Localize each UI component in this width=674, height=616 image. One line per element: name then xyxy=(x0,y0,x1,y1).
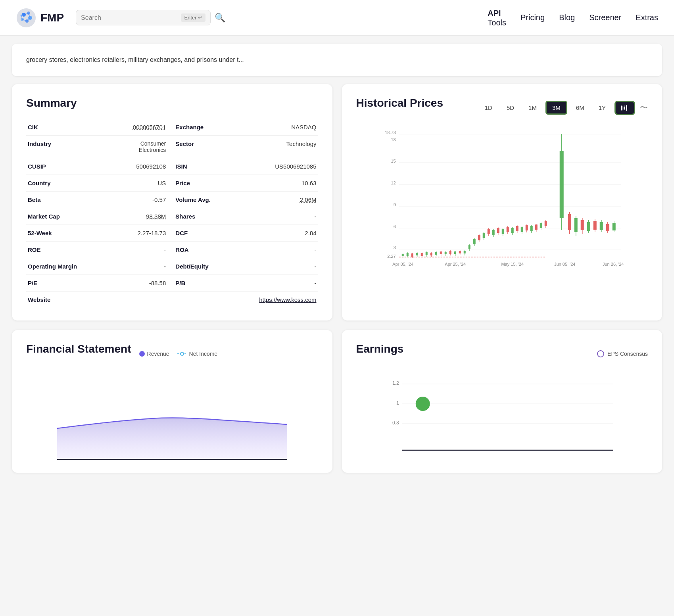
description-text: grocery stores, electronics retailers, m… xyxy=(26,56,244,63)
svg-rect-78 xyxy=(497,228,499,233)
time-btn-1d[interactable]: 1D xyxy=(479,102,498,113)
description-card: grocery stores, electronics retailers, m… xyxy=(12,44,662,76)
svg-rect-16 xyxy=(624,107,625,109)
svg-rect-96 xyxy=(540,223,542,228)
svg-text:Apr 25, '24: Apr 25, '24 xyxy=(445,262,466,267)
svg-rect-90 xyxy=(525,225,528,230)
svg-rect-42 xyxy=(411,253,413,257)
svg-text:3: 3 xyxy=(393,245,396,250)
search-input[interactable] xyxy=(81,14,178,21)
svg-rect-64 xyxy=(463,251,465,253)
svg-rect-100 xyxy=(559,151,563,218)
eps-legend-circle xyxy=(597,350,604,357)
svg-rect-106 xyxy=(580,220,584,230)
fmp-logo-icon xyxy=(16,8,36,28)
chart-type-candlestick-btn[interactable] xyxy=(614,101,635,115)
table-row: ROE - ROA - xyxy=(26,241,318,258)
svg-rect-74 xyxy=(487,229,490,234)
nav-item-api-tools[interactable]: API Tools xyxy=(488,8,506,27)
financial-chart-svg xyxy=(26,373,318,460)
svg-point-0 xyxy=(17,8,36,27)
earnings-chart-container: 1.2 1 0.8 xyxy=(356,373,648,452)
svg-text:Apr 05, '24: Apr 05, '24 xyxy=(392,262,413,267)
nav-item-screener[interactable]: Screener xyxy=(589,13,621,22)
time-btn-1y[interactable]: 1Y xyxy=(593,102,611,113)
svg-rect-54 xyxy=(440,251,442,254)
svg-text:2.27: 2.27 xyxy=(387,254,396,259)
table-row: 52-Week 2.27-18.73 DCF 2.84 xyxy=(26,225,318,241)
main-grid: Summary CIK 0000056701 Exchange NASDAQ I… xyxy=(12,84,662,320)
svg-rect-66 xyxy=(468,245,470,249)
earnings-header: Earnings EPS Consensus xyxy=(356,343,648,365)
svg-rect-94 xyxy=(535,225,537,230)
time-btn-1m[interactable]: 1M xyxy=(523,102,542,113)
time-btn-6m[interactable]: 6M xyxy=(570,102,590,113)
svg-rect-60 xyxy=(454,251,456,254)
svg-rect-72 xyxy=(482,233,485,238)
nav-item-pricing[interactable]: Pricing xyxy=(520,13,545,22)
candlestick-chart: 18.73 18 15 12 9 6 3 2.27 xyxy=(356,127,648,270)
financial-statement-card: Financial Statement Revenue Net Income xyxy=(12,330,332,473)
financial-chart xyxy=(26,373,318,460)
logo-area: FMP xyxy=(16,8,64,28)
svg-rect-44 xyxy=(416,253,418,255)
search-bar[interactable]: Enter ↵ xyxy=(76,10,211,25)
svg-rect-102 xyxy=(568,214,571,230)
table-row: Market Cap 98.38M Shares - xyxy=(26,208,318,225)
time-buttons: 1D 5D 1M 3M 6M 1Y xyxy=(479,101,648,115)
svg-rect-86 xyxy=(516,226,518,231)
table-row: Beta -0.57 Volume Avg. 2.06M xyxy=(26,191,318,208)
bottom-grid: Financial Statement Revenue Net Income xyxy=(12,330,662,473)
svg-rect-98 xyxy=(544,221,547,226)
svg-text:9: 9 xyxy=(393,202,396,207)
svg-text:18: 18 xyxy=(391,137,396,142)
historical-header: Historical Prices 1D 5D 1M 3M 6M 1Y xyxy=(356,97,648,119)
svg-text:18.73: 18.73 xyxy=(385,130,396,135)
logo-text: FMP xyxy=(40,12,64,24)
nav-area: API Tools Pricing Blog Screener Extras xyxy=(488,8,658,27)
svg-point-123 xyxy=(181,352,184,355)
svg-rect-38 xyxy=(401,254,403,256)
svg-rect-116 xyxy=(612,223,615,230)
summary-table: CIK 0000056701 Exchange NASDAQ Industry … xyxy=(26,119,318,308)
header: FMP Enter ↵ 🔍 API Tools Pricing Blog Scr… xyxy=(0,0,674,36)
search-icon[interactable]: 🔍 xyxy=(215,13,225,23)
eps-legend-label: EPS Consensus xyxy=(607,351,648,357)
svg-rect-50 xyxy=(430,253,432,255)
net-income-legend-label: Net Income xyxy=(189,351,218,357)
earnings-title: Earnings xyxy=(356,343,404,355)
nav-item-extras[interactable]: Extras xyxy=(636,13,658,22)
table-row: Country US Price 10.63 xyxy=(26,175,318,191)
svg-rect-56 xyxy=(444,252,446,254)
svg-rect-82 xyxy=(506,227,509,232)
svg-rect-92 xyxy=(530,226,532,231)
svg-rect-48 xyxy=(425,252,427,255)
revenue-legend-dot xyxy=(139,351,145,357)
time-btn-3m[interactable]: 3M xyxy=(545,101,567,115)
table-row: CIK 0000056701 Exchange NASDAQ xyxy=(26,119,318,136)
table-row: CUSIP 500692108 ISIN US5006921085 xyxy=(26,158,318,175)
net-income-legend-icon xyxy=(177,351,187,357)
nav-item-blog[interactable]: Blog xyxy=(559,13,575,22)
chart-svg: 18.73 18 15 12 9 6 3 2.27 xyxy=(356,127,648,270)
svg-rect-52 xyxy=(435,252,437,255)
candlestick-icon xyxy=(620,104,629,111)
svg-text:12: 12 xyxy=(391,180,396,185)
svg-text:Jun 05, '24: Jun 05, '24 xyxy=(554,262,575,267)
svg-rect-104 xyxy=(574,218,577,232)
svg-text:6: 6 xyxy=(393,224,396,229)
revenue-legend: Revenue xyxy=(139,351,169,357)
historical-prices-card: Historical Prices 1D 5D 1M 3M 6M 1Y xyxy=(342,84,662,320)
svg-text:15: 15 xyxy=(391,159,396,163)
table-row: Industry ConsumerElectronics Sector Tech… xyxy=(26,135,318,158)
svg-rect-108 xyxy=(587,222,590,231)
svg-rect-62 xyxy=(459,251,461,253)
line-chart-icon[interactable]: 〜 xyxy=(640,102,648,113)
enter-badge: Enter ↵ xyxy=(181,13,205,22)
financial-title: Financial Statement xyxy=(26,343,131,355)
svg-rect-76 xyxy=(492,230,494,235)
eps-legend: EPS Consensus xyxy=(597,350,648,357)
summary-title: Summary xyxy=(26,97,318,109)
time-btn-5d[interactable]: 5D xyxy=(501,102,520,113)
table-row: P/E -88.58 P/B - xyxy=(26,274,318,291)
